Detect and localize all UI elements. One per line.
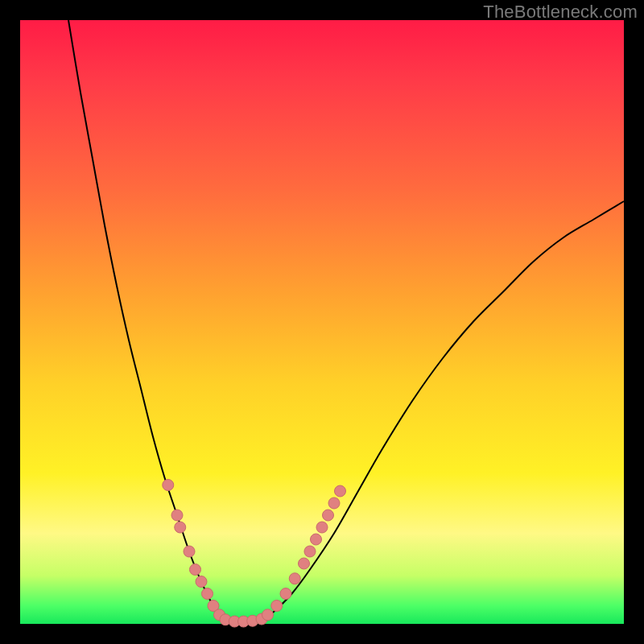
plot-area (20, 20, 624, 624)
chart-svg (20, 20, 624, 624)
left-curve (68, 20, 225, 621)
marker-layer (163, 480, 346, 628)
highlight-point (163, 480, 174, 491)
highlight-point (299, 558, 310, 569)
curve-layer (68, 20, 624, 621)
highlight-point (335, 485, 346, 497)
chart-frame: TheBottleneck.com (0, 0, 644, 644)
highlight-point (271, 601, 283, 612)
highlight-point (171, 510, 183, 521)
highlight-point (304, 546, 316, 557)
highlight-point (262, 609, 274, 621)
highlight-point (328, 497, 340, 509)
watermark-text: TheBottleneck.com (483, 2, 638, 23)
highlight-point (289, 573, 300, 584)
highlight-point (311, 534, 322, 545)
right-curve (262, 201, 624, 621)
highlight-point (175, 522, 186, 533)
highlight-point (280, 588, 291, 600)
highlight-point (190, 564, 201, 576)
highlight-point (184, 546, 195, 557)
highlight-point (196, 576, 207, 588)
highlight-point (323, 510, 334, 521)
highlight-point (202, 588, 213, 600)
highlight-point (316, 522, 328, 533)
